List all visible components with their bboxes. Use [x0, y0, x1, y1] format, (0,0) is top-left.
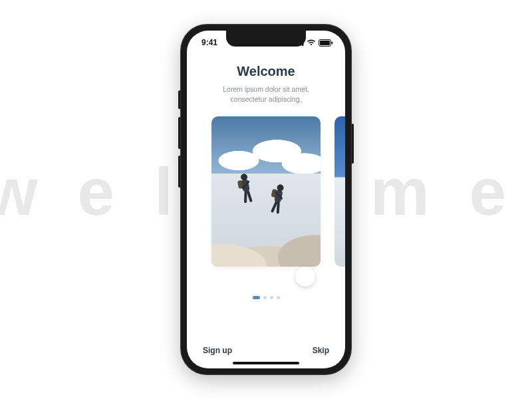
status-time: 9:41 — [201, 38, 217, 47]
wifi-icon — [307, 39, 316, 46]
carousel-drag-handle[interactable] — [295, 267, 315, 287]
signup-button[interactable]: Sign up — [203, 346, 232, 355]
hero-image-ground — [211, 174, 321, 267]
svg-rect-6 — [332, 41, 333, 44]
page-indicator — [187, 296, 345, 299]
carousel-card-next-peek[interactable] — [334, 116, 345, 267]
carousel-card-active[interactable] — [211, 116, 321, 267]
svg-rect-5 — [320, 41, 330, 45]
page-dot — [253, 296, 260, 299]
page-dot — [277, 296, 280, 299]
page-dot — [263, 296, 267, 299]
page-title: Welcome — [187, 64, 345, 79]
home-indicator[interactable] — [233, 362, 299, 364]
hero-image-sky — [211, 116, 321, 180]
phone-screen: 9:41 Welcome Lorem ipsum dolor sit amet,… — [187, 31, 345, 368]
onboarding-footer: Sign up Skip — [187, 346, 345, 368]
battery-icon — [319, 39, 333, 47]
onboarding-carousel[interactable] — [187, 116, 345, 281]
phone-notch — [226, 31, 306, 47]
skip-button[interactable]: Skip — [313, 346, 329, 355]
page-subtitle: Lorem ipsum dolor sit amet, consectetur … — [209, 84, 323, 104]
page-dot — [270, 296, 273, 299]
phone-device-frame: 9:41 Welcome Lorem ipsum dolor sit amet,… — [180, 24, 352, 375]
phone-power-button — [352, 124, 354, 164]
